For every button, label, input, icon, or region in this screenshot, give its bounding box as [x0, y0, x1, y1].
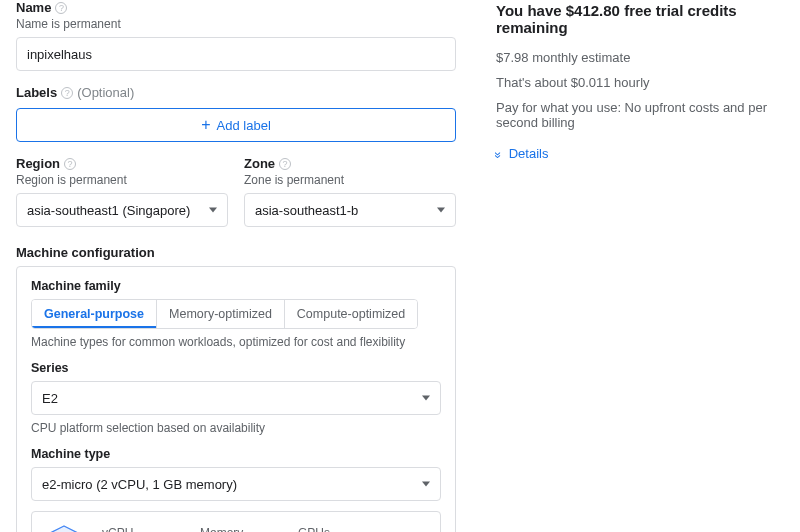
zone-select[interactable]: asia-southeast1-b: [244, 193, 456, 227]
labels-label: Labels: [16, 85, 57, 100]
labels-optional: (Optional): [77, 85, 134, 100]
monthly-estimate: $7.98 monthly estimate: [496, 50, 784, 65]
machine-config-box: Machine family General-purpose Memory-op…: [16, 266, 456, 532]
series-value: E2: [42, 391, 58, 406]
region-label-row: Region ?: [16, 156, 228, 171]
credits-headline: You have $412.80 free trial credits rema…: [496, 2, 784, 36]
zone-label-row: Zone ?: [244, 156, 456, 171]
machine-type-select[interactable]: e2-micro (2 vCPU, 1 GB memory): [31, 467, 441, 501]
machine-type-value: e2-micro (2 vCPU, 1 GB memory): [42, 477, 237, 492]
form-column: Name ? Name is permanent Labels ? (Optio…: [16, 0, 456, 532]
region-sublabel: Region is permanent: [16, 173, 228, 187]
machine-family-label: Machine family: [31, 279, 441, 293]
hourly-estimate: That's about $0.011 hourly: [496, 75, 784, 90]
zone-sublabel: Zone is permanent: [244, 173, 456, 187]
series-desc: CPU platform selection based on availabi…: [31, 421, 441, 435]
plus-icon: +: [201, 117, 210, 133]
name-input[interactable]: [16, 37, 456, 71]
machine-spec-row: vCPU 1 shared core Memory 1 GB GPUs -: [31, 511, 441, 532]
name-label-row: Name ?: [16, 0, 456, 15]
name-label: Name: [16, 0, 51, 15]
name-sublabel: Name is permanent: [16, 17, 456, 31]
tab-general-purpose[interactable]: General-purpose: [32, 300, 157, 328]
region-value: asia-southeast1 (Singapore): [27, 203, 190, 218]
gpus-label: GPUs: [298, 526, 378, 533]
series-select[interactable]: E2: [31, 381, 441, 415]
details-label: Details: [509, 146, 549, 161]
payg-note: Pay for what you use: No upfront costs a…: [496, 100, 784, 130]
cpu-stack-icon: [44, 522, 84, 532]
tab-memory-optimized[interactable]: Memory-optimized: [157, 300, 285, 328]
tab-compute-optimized[interactable]: Compute-optimized: [285, 300, 417, 328]
add-label-text: Add label: [217, 118, 271, 133]
help-icon[interactable]: ?: [61, 87, 73, 99]
machine-family-tabs: General-purpose Memory-optimized Compute…: [31, 299, 418, 329]
labels-label-row: Labels ? (Optional): [16, 85, 456, 100]
summary-column: You have $412.80 free trial credits rema…: [496, 0, 784, 532]
memory-label: Memory: [200, 526, 280, 533]
help-icon[interactable]: ?: [55, 2, 67, 14]
chevron-down-icon: »: [491, 151, 505, 156]
region-label: Region: [16, 156, 60, 171]
region-select[interactable]: asia-southeast1 (Singapore): [16, 193, 228, 227]
help-icon[interactable]: ?: [64, 158, 76, 170]
help-icon[interactable]: ?: [279, 158, 291, 170]
series-label: Series: [31, 361, 441, 375]
details-expand[interactable]: » Details: [496, 146, 784, 161]
zone-value: asia-southeast1-b: [255, 203, 358, 218]
machine-type-label: Machine type: [31, 447, 441, 461]
add-label-button[interactable]: + Add label: [16, 108, 456, 142]
machine-config-heading: Machine configuration: [16, 245, 456, 260]
machine-family-desc: Machine types for common workloads, opti…: [31, 335, 441, 349]
vcpu-label: vCPU: [102, 526, 182, 533]
zone-label: Zone: [244, 156, 275, 171]
